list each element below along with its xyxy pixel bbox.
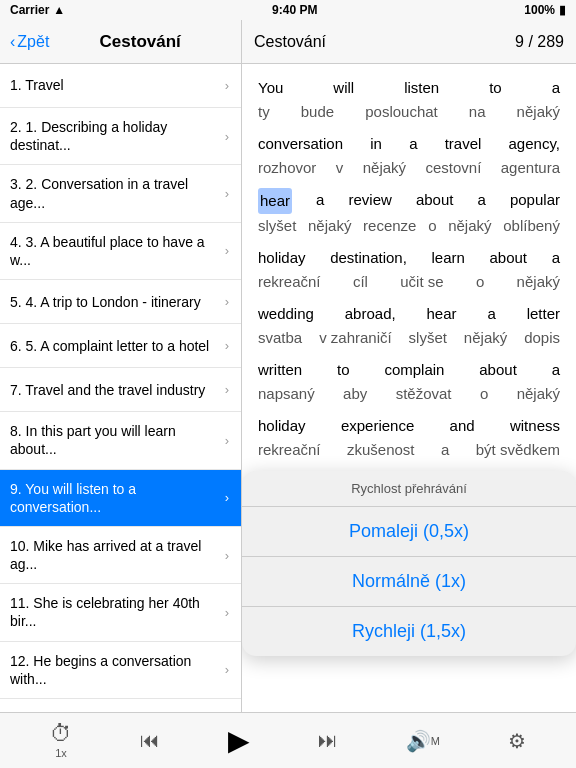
translation-block-3: hear a review about a popular slyšet něj… [258, 188, 560, 238]
chevron-right-icon: › [225, 243, 229, 258]
list-item[interactable]: 7. Travel and the travel industry› [0, 368, 241, 412]
volume-button[interactable]: 🔊 M [398, 725, 448, 757]
en-line-6: written to complain about a [258, 358, 560, 382]
page-count: 9 / 289 [515, 33, 564, 51]
chevron-right-icon: › [225, 382, 229, 397]
forward-icon: ⏭ [318, 729, 338, 752]
list-item[interactable]: 6. 5. A complaint letter to a hotel› [0, 324, 241, 368]
battery-label: 100% [524, 3, 555, 17]
header-right: Cestování 9 / 289 [242, 20, 576, 63]
header-row: ‹ Zpět Cestování Cestování 9 / 289 [0, 20, 576, 64]
volume-icon: 🔊 [406, 729, 431, 753]
cz-line-3: slyšet nějaký recenze o nějaký oblíbený [258, 214, 560, 238]
list-item[interactable]: 1. Travel› [0, 64, 241, 108]
bottom-toolbar: ⏱ 1x ⏮ ▶ ⏭ 🔊 M ⚙ [0, 712, 576, 768]
translation-block-5: wedding abroad, hear a letter svatba v z… [258, 302, 560, 350]
right-panel-title: Cestování [254, 33, 326, 51]
carrier-label: Carrier [10, 3, 49, 17]
en-line-2: conversation in a travel agency, [258, 132, 560, 156]
status-right: 100% ▮ [524, 3, 566, 17]
right-panel: You will listen to a ty bude poslouchat … [242, 64, 576, 712]
left-panel-title: Cestování [100, 32, 181, 52]
play-button[interactable]: ▶ [220, 720, 258, 761]
speed-circle-icon: ⏱ [50, 722, 72, 746]
cz-line-5: svatba v zahraničí slyšet nějaký dopis [258, 326, 560, 350]
rewind-icon: ⏮ [140, 729, 160, 752]
back-chevron-icon: ‹ [10, 33, 15, 51]
cz-line-2: rozhovor v nějaký cestovní agentura [258, 156, 560, 180]
translation-block-2: conversation in a travel agency, rozhovo… [258, 132, 560, 180]
chevron-right-icon: › [225, 490, 229, 505]
chevron-right-icon: › [225, 548, 229, 563]
rewind-button[interactable]: ⏮ [132, 725, 168, 756]
list-item[interactable]: 11. She is celebrating her 40th bir...› [0, 584, 241, 641]
back-button[interactable]: ‹ Zpět [10, 33, 49, 51]
speed-option-normal[interactable]: Normálně (1x) [242, 557, 576, 607]
chevron-right-icon: › [225, 433, 229, 448]
list-item[interactable]: 12. He begins a conversation with...› [0, 642, 241, 699]
translation-block-1: You will listen to a ty bude poslouchat … [258, 76, 560, 124]
cz-line-4: rekreační cíl učit se o nějaký [258, 270, 560, 294]
translation-block-7: holiday experience and witness rekreační… [258, 414, 560, 462]
speed-option-fast[interactable]: Rychleji (1,5x) [242, 607, 576, 656]
header-left: ‹ Zpět Cestování [0, 20, 242, 63]
settings-button[interactable]: ⚙ [500, 725, 534, 757]
list-item[interactable]: 4. 3. A beautiful place to have a w...› [0, 223, 241, 280]
speed-button[interactable]: ⏱ 1x [42, 718, 80, 762]
chevron-right-icon: › [225, 662, 229, 677]
translation-block-6: written to complain about a napsaný aby … [258, 358, 560, 406]
list-item[interactable]: 10. Mike has arrived at a travel ag...› [0, 527, 241, 584]
speed-popup-title: Rychlost přehrávání [242, 471, 576, 507]
status-bar: Carrier ▲ 9:40 PM 100% ▮ [0, 0, 576, 20]
chevron-right-icon: › [225, 294, 229, 309]
list-item[interactable]: 2. 1. Describing a holiday destinat...› [0, 108, 241, 165]
volume-label: M [431, 735, 440, 747]
chevron-right-icon: › [225, 129, 229, 144]
cz-line-6: napsaný aby stěžovat o nějaký [258, 382, 560, 406]
list-item[interactable]: 5. 4. A trip to London - itinerary› [0, 280, 241, 324]
translation-block-4: holiday destination, learn about a rekre… [258, 246, 560, 294]
main-content: 1. Travel›2. 1. Describing a holiday des… [0, 64, 576, 712]
chevron-right-icon: › [225, 78, 229, 93]
cz-line-7: rekreační zkušenost a být svědkem [258, 438, 560, 462]
chevron-right-icon: › [225, 338, 229, 353]
en-line-1: You will listen to a [258, 76, 560, 100]
en-line-5: wedding abroad, hear a letter [258, 302, 560, 326]
left-panel: 1. Travel›2. 1. Describing a holiday des… [0, 64, 242, 712]
list-item[interactable]: 9. You will listen to a conversation...› [0, 470, 241, 527]
wifi-icon: ▲ [53, 3, 65, 17]
en-line-3: hear a review about a popular [258, 188, 560, 214]
status-left: Carrier ▲ [10, 3, 65, 17]
highlighted-word: hear [258, 188, 292, 214]
chevron-right-icon: › [225, 605, 229, 620]
en-line-4: holiday destination, learn about a [258, 246, 560, 270]
back-label: Zpět [17, 33, 49, 51]
settings-icon: ⚙ [508, 729, 526, 753]
play-icon: ▶ [228, 724, 250, 757]
speed-option-slow[interactable]: Pomaleji (0,5x) [242, 507, 576, 557]
list-item[interactable]: 3. 2. Conversation in a travel age...› [0, 165, 241, 222]
list-item[interactable]: 13. Good afternoon sir, can I help...› [0, 699, 241, 712]
forward-button[interactable]: ⏭ [310, 725, 346, 756]
chevron-right-icon: › [225, 186, 229, 201]
speed-popup: Rychlost přehrávání Pomaleji (0,5x) Norm… [242, 471, 576, 656]
cz-line-1: ty bude poslouchat na nějaký [258, 100, 560, 124]
list-item[interactable]: 8. In this part you will learn about...› [0, 412, 241, 469]
battery-icon: ▮ [559, 3, 566, 17]
en-line-7: holiday experience and witness [258, 414, 560, 438]
status-time: 9:40 PM [272, 3, 317, 17]
speed-value: 1x [50, 747, 72, 759]
